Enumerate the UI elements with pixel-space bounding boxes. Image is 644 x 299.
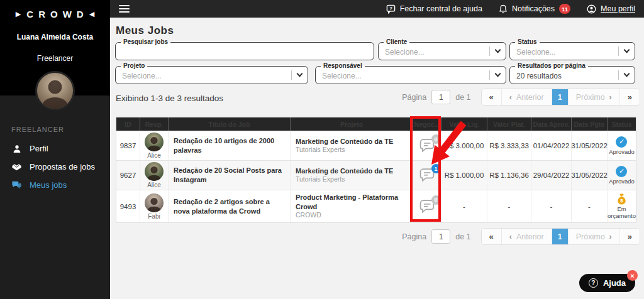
my-profile-label: Meu perfil — [601, 4, 635, 13]
negotiation-chat-button[interactable]: 0 — [419, 199, 436, 214]
next-page-button[interactable]: Próximo› — [568, 89, 619, 105]
crowd-logo[interactable]: ▶ CROWD ◀ — [0, 9, 110, 19]
chevron-right-icon: › — [609, 93, 612, 102]
cell-valor-liq: R$ 3.000,00 — [441, 131, 487, 160]
negotiation-chat-button[interactable]: 0 — [419, 138, 436, 153]
handshake-icon — [11, 161, 22, 172]
user-role: Freelancer — [0, 54, 110, 63]
cell-valor-plat: R$ 1.136,36 — [487, 161, 531, 190]
hamburger-menu-icon[interactable] — [119, 5, 130, 13]
per-page-value: 20 resultados — [516, 72, 562, 80]
per-page-select[interactable]: Resultados por página 20 resultados — [509, 63, 635, 84]
status-label: Aprovado — [609, 149, 635, 156]
cell-data-aprov: 01/04/2022 — [531, 131, 572, 160]
resp-name: Fabi — [148, 213, 160, 220]
close-help-center-link[interactable]: ? Fechar central de ajuda — [386, 4, 482, 14]
page-label: Página — [402, 93, 426, 102]
sidebar-item-propostas[interactable]: Propostas de jobs — [0, 158, 110, 176]
logo-right-triangle-icon: ◀ — [89, 10, 94, 18]
screen: ▶ CROWD ◀ Luana Almeida Costa Freelancer… — [0, 0, 644, 299]
chat-bubbles-icon — [11, 180, 22, 190]
cell-resp: Fabi — [140, 190, 169, 222]
cell-data-pgto: - — [572, 190, 608, 222]
cliente-select[interactable]: Cliente Selecione... — [378, 39, 506, 60]
projeto-value: Selecione... — [122, 72, 162, 80]
table-header-row: ID Resp. Título do Job Projeto Negoc... … — [116, 117, 636, 131]
table-row: 9837 Alice Redação de 10 artigos de 2000… — [116, 131, 636, 160]
notifications-label: Notificações — [512, 4, 555, 13]
negotiation-count-badge: 0 — [431, 195, 441, 205]
page-of-label: de 1 — [455, 93, 470, 102]
first-page-button[interactable]: « — [482, 229, 501, 244]
first-page-button[interactable]: « — [482, 89, 501, 105]
sidebar-item-label: Perfil — [30, 144, 48, 153]
jobs-table: ID Resp. Título do Job Projeto Negoc... … — [116, 117, 636, 223]
page-of-label: de 1 — [455, 232, 470, 241]
current-page-button[interactable]: 1 — [552, 89, 568, 105]
cell-titulo: Redação de 10 artigos de 2000 palavras — [169, 131, 291, 160]
cell-data-aprov: 29/04/2022 — [531, 161, 572, 190]
responsavel-value: Selecione... — [322, 72, 362, 80]
cell-status: ✓ Aprovado — [608, 161, 636, 190]
last-page-button[interactable]: » — [619, 229, 640, 244]
page-label: Página — [402, 232, 426, 241]
col-data-aprov: Data Aprov. — [531, 117, 572, 131]
cell-negoc: 0 — [413, 190, 441, 222]
previous-page-button[interactable]: ‹Anterior — [501, 229, 552, 244]
sidebar-item-perfil[interactable]: Perfil — [0, 139, 110, 158]
responsavel-select[interactable]: Responsável Selecione... — [315, 63, 506, 84]
close-help-label: Fechar central de ajuda — [400, 4, 482, 13]
cell-data-pgto: 31/05/2022 — [572, 161, 608, 190]
cell-id: 9493 — [116, 190, 140, 222]
status-value: Selecione... — [516, 48, 556, 57]
responsavel-dropdown-control[interactable] — [489, 70, 500, 80]
status-label: Status — [515, 39, 540, 45]
previous-page-button[interactable]: ‹Anterior — [501, 89, 552, 105]
sidebar-item-label: Meus jobs — [30, 180, 67, 190]
cell-status: ✓ Aprovado — [608, 131, 636, 160]
cell-projeto: Marketing de Conteúdo da TE Tutoriais Ex… — [291, 161, 413, 190]
cell-valor-liq: - — [441, 190, 487, 222]
svg-text:?: ? — [389, 5, 392, 11]
sidebar-item-meus-jobs[interactable]: Meus jobs — [0, 176, 110, 194]
negotiation-chat-button[interactable]: 1 — [419, 168, 436, 183]
profile-icon — [587, 4, 596, 14]
cell-data-aprov: - — [531, 190, 572, 222]
projeto-label: Projeto — [121, 63, 147, 69]
per-page-dropdown-control[interactable] — [618, 70, 629, 80]
my-profile-button[interactable]: Meu perfil — [587, 4, 635, 14]
sidebar-section-label: FREELANCER — [11, 126, 64, 133]
col-valor-plat: Valor Plat. — [487, 117, 531, 131]
last-page-button[interactable]: » — [619, 89, 640, 105]
projeto-select[interactable]: Projeto Selecione... — [115, 63, 308, 84]
search-input[interactable] — [121, 49, 368, 58]
close-icon[interactable]: × — [627, 270, 638, 281]
cell-data-pgto: 31/05/2022 — [572, 131, 608, 160]
help-button[interactable]: ? Ajuda × — [579, 274, 635, 292]
svg-text:$: $ — [620, 198, 623, 204]
pagination-top: Página de 1 « ‹Anterior 1 Próximo› » — [402, 89, 640, 106]
main-content: Meus Jobs Pesquisar jobs Cliente Selecio… — [110, 18, 644, 299]
next-page-button[interactable]: Próximo› — [568, 229, 619, 244]
pagination-bottom: Página de 1 « ‹Anterior 1 Próximo› » — [402, 228, 640, 245]
cliente-dropdown-control[interactable] — [489, 46, 500, 56]
status-dropdown-control[interactable] — [618, 46, 629, 56]
help-button-label: Ajuda — [603, 278, 626, 288]
chevron-down-icon — [297, 71, 303, 77]
page-title: Meus Jobs — [116, 24, 174, 37]
approved-check-icon: ✓ — [616, 166, 627, 177]
col-status: Status — [608, 117, 636, 131]
search-jobs-field: Pesquisar jobs — [115, 39, 374, 60]
responsavel-label: Responsável — [321, 63, 365, 69]
notifications-button[interactable]: Notificações 11 — [499, 4, 570, 14]
projeto-dropdown-control[interactable] — [291, 70, 302, 80]
topbar: ? Fechar central de ajuda Notificações 1… — [110, 0, 644, 18]
bell-icon — [499, 4, 508, 14]
page-number-input[interactable] — [431, 229, 450, 244]
notifications-count-badge: 11 — [559, 4, 570, 14]
status-select[interactable]: Status Selecione... — [509, 39, 635, 60]
page-number-input[interactable] — [431, 90, 450, 104]
cell-projeto: Marketing de Conteúdo da TE Tutoriais Ex… — [291, 131, 413, 160]
chevron-left-icon: ‹ — [509, 93, 512, 102]
current-page-button[interactable]: 1 — [552, 229, 568, 244]
